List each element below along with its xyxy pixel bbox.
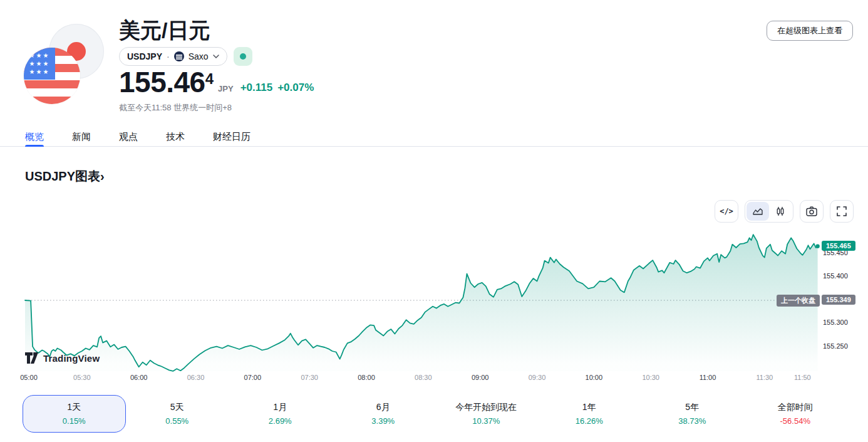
time-axis-label: 10:00 <box>586 374 603 381</box>
market-open-dot <box>240 53 246 60</box>
snapshot-button[interactable] <box>800 200 824 223</box>
time-axis-label: 07:30 <box>301 374 318 381</box>
separator-dot: · <box>167 51 170 61</box>
price-area-fill <box>25 234 818 371</box>
time-axis-label: 06:30 <box>187 374 205 381</box>
prev-close-badge: 155.349 <box>822 295 855 305</box>
time-axis-label: 10:30 <box>642 374 659 381</box>
price-axis-label: 155.400 <box>823 272 848 280</box>
time-axis-label: 11:30 <box>756 374 773 381</box>
tab-overview[interactable]: 概览 <box>25 128 44 146</box>
fullscreen-button[interactable] <box>830 200 854 223</box>
chevron-down-icon <box>213 55 219 58</box>
timeframe-1y[interactable]: 1年 16.26% <box>538 395 641 433</box>
time-axis-label: 11:00 <box>700 374 716 381</box>
price-axis-label: 155.250 <box>823 342 848 350</box>
price-block: 155.46 4 JPY +0.115 +0.07% <box>119 68 314 97</box>
time-axis-label: 05:00 <box>20 374 38 381</box>
tab-technicals[interactable]: 技术 <box>166 128 185 146</box>
embed-code-button[interactable]: </> <box>715 200 738 223</box>
timeframe-5d[interactable]: 5天 0.55% <box>126 395 229 433</box>
area-chart-type-button[interactable] <box>747 202 769 221</box>
open-superchart-button[interactable]: 在超级图表上查看 <box>767 21 853 41</box>
time-axis-label: 08:30 <box>415 374 432 381</box>
candlestick-chart-type-button[interactable] <box>769 202 792 221</box>
as-of-timestamp: 截至今天11:58 世界统一时间+8 <box>119 102 232 113</box>
time-axis-label: 09:00 <box>472 374 489 381</box>
tab-economic-calendar[interactable]: 财经日历 <box>213 128 251 146</box>
last-price-fraction: 4 <box>205 71 214 87</box>
price-axis-label: 155.300 <box>823 318 848 326</box>
us-flag-canton: ★★★★★★★★★ <box>24 48 55 80</box>
timeframe-1m[interactable]: 1月 2.69% <box>229 395 332 433</box>
timeframe-6m[interactable]: 6月 3.39% <box>332 395 435 433</box>
tradingview-logo-text: TradingView <box>43 353 100 364</box>
tab-news[interactable]: 新闻 <box>72 128 91 146</box>
currency-label: JPY <box>218 84 234 93</box>
saxo-exchange-icon <box>174 51 184 61</box>
price-chart[interactable]: 05:0005:3006:0006:3007:0007:3008:0008:30… <box>0 229 868 389</box>
exchange-name: Saxo <box>189 51 209 61</box>
time-axis-label: 07:00 <box>244 374 262 381</box>
timeframe-5y[interactable]: 5年 38.73% <box>641 395 744 433</box>
timeframe-1d[interactable]: 1天 0.15% <box>23 395 126 433</box>
timeframe-all[interactable]: 全部时间 -56.54% <box>744 395 847 433</box>
change-absolute: +0.115 <box>240 82 273 94</box>
symbol-selector[interactable]: USDJPY · Saxo <box>119 47 227 66</box>
time-axis-label: 06:00 <box>130 374 148 381</box>
page-title: 美元/日元 <box>119 16 210 45</box>
change-percent: +0.07% <box>277 82 314 94</box>
currency-pair-logo: ★★★★★★★★★ <box>24 24 104 104</box>
tradingview-attribution[interactable]: TradingView <box>25 352 100 364</box>
market-status-indicator <box>234 47 252 66</box>
last-price-dot <box>815 245 819 248</box>
timeframe-selector: 1天 0.15% 5天 0.55% 1月 2.69% 6月 3.39% 今年开始… <box>23 395 847 433</box>
area-chart-icon <box>752 207 763 216</box>
time-axis-label: 05:30 <box>73 374 91 381</box>
candlestick-icon <box>775 206 785 216</box>
usdjpy-overview-page: ★★★★★★★★★ 美元/日元 USDJPY · Saxo 155.46 4 J… <box>0 0 868 442</box>
chart-canvas[interactable] <box>0 229 868 389</box>
chart-type-switch <box>745 200 793 223</box>
chart-toolbar: </> <box>715 200 854 223</box>
prev-close-label: 上一个收盘 <box>777 295 820 307</box>
last-price-badge: 155.465 <box>822 241 855 251</box>
tab-ideas[interactable]: 观点 <box>119 128 138 146</box>
fullscreen-icon <box>837 206 847 216</box>
code-icon: </> <box>720 207 733 216</box>
tradingview-logo-icon <box>25 352 39 364</box>
timeframe-ytd[interactable]: 今年开始到现在 10.37% <box>435 395 538 433</box>
time-axis-label: 09:30 <box>529 374 546 381</box>
time-axis-label: 11:50 <box>794 374 811 381</box>
symbol-code: USDJPY <box>127 51 162 61</box>
chart-section-title[interactable]: USDJPY图表› <box>25 168 105 185</box>
section-tabbar: 概览 新闻 观点 技术 财经日历 <box>0 128 868 147</box>
us-flag-icon: ★★★★★★★★★ <box>24 48 80 104</box>
last-price: 155.46 <box>119 68 205 97</box>
camera-icon <box>806 206 817 216</box>
time-axis-label: 08:00 <box>358 374 375 381</box>
